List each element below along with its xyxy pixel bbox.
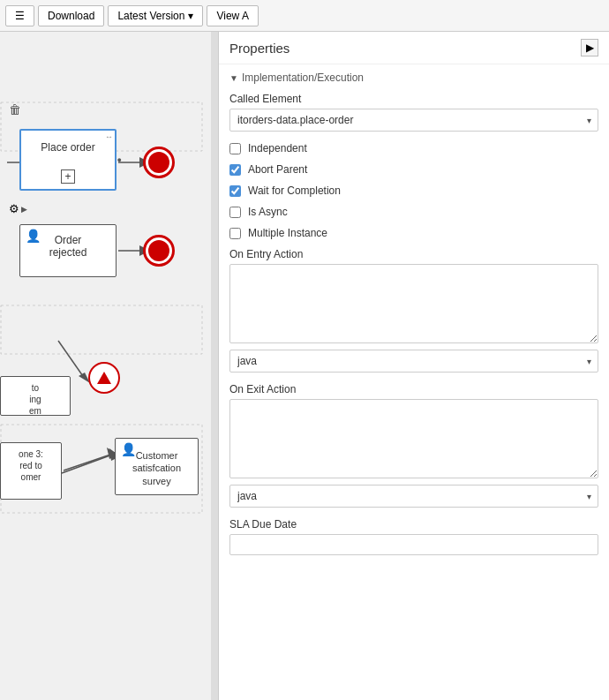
expand-icon: ▶ bbox=[586, 41, 594, 54]
implementation-section: ▼ Implementation/Execution Called Elemen… bbox=[219, 64, 609, 573]
version-label: Latest Version bbox=[117, 10, 184, 22]
on-entry-language-select[interactable]: java bbox=[229, 350, 598, 373]
order-rejected-node[interactable]: 👤 Orderrejected bbox=[19, 224, 117, 277]
on-exit-action-label: On Exit Action bbox=[229, 383, 598, 395]
on-entry-language-select-wrapper: java ▾ bbox=[229, 350, 598, 373]
intermediate-event bbox=[88, 362, 120, 394]
expand-plus-icon[interactable]: + bbox=[61, 169, 75, 184]
wait-completion-label[interactable]: Wait for Completion bbox=[248, 184, 341, 197]
properties-panel: Properties ▶ ▼ Implementation/Execution … bbox=[219, 32, 609, 700]
svg-line-13 bbox=[64, 454, 113, 470]
version-button[interactable]: Latest Version ▾ bbox=[108, 5, 203, 26]
svg-rect-11 bbox=[1, 305, 202, 354]
menu-button[interactable]: ☰ bbox=[5, 5, 34, 26]
partial-task-label: toingem bbox=[1, 377, 70, 416]
on-exit-action-textarea[interactable] bbox=[229, 399, 598, 478]
svg-line-5 bbox=[58, 341, 85, 379]
independent-checkbox-row: Independent bbox=[229, 142, 598, 154]
properties-expand-button[interactable]: ▶ bbox=[581, 39, 598, 56]
section-chevron: ▼ bbox=[229, 73, 238, 83]
gear-arrow-icon: ▶ bbox=[21, 205, 27, 214]
on-exit-action-group: On Exit Action java ▾ bbox=[229, 383, 598, 508]
download-label: Download bbox=[48, 10, 94, 22]
properties-header: Properties ▶ bbox=[219, 32, 609, 64]
on-exit-language-select[interactable]: java bbox=[229, 485, 598, 508]
bpmn-canvas-inner: 🗑 Place order + ↔ ● ⚙ ▶ 👤 Orderrejected bbox=[0, 32, 211, 700]
menu-icon: ☰ bbox=[15, 10, 25, 22]
end-event-2 bbox=[143, 235, 175, 267]
called-element-select[interactable]: itorders-data.place-order bbox=[229, 109, 598, 132]
phase3-node[interactable]: one 3:red toomer bbox=[0, 442, 62, 500]
partial-task-node[interactable]: toingem bbox=[0, 376, 71, 416]
is-async-checkbox-row: Is Async bbox=[229, 206, 598, 218]
is-async-checkbox[interactable] bbox=[229, 207, 241, 218]
multiple-instance-checkbox-row: Multiple Instance bbox=[229, 227, 598, 239]
called-element-label: Called Element bbox=[229, 93, 598, 105]
download-button[interactable]: Download bbox=[38, 5, 104, 26]
sla-due-date-group: SLA Due Date bbox=[229, 518, 598, 555]
multiple-instance-label[interactable]: Multiple Instance bbox=[248, 227, 327, 239]
abort-parent-checkbox[interactable] bbox=[229, 164, 241, 176]
is-async-label[interactable]: Is Async bbox=[248, 206, 288, 218]
on-exit-language-select-wrapper: java ▾ bbox=[229, 485, 598, 508]
user-icon: 👤 bbox=[26, 229, 41, 243]
on-entry-action-label: On Entry Action bbox=[229, 248, 598, 260]
main-area: 🗑 Place order + ↔ ● ⚙ ▶ 👤 Orderrejected bbox=[0, 32, 609, 700]
called-element-group: Called Element itorders-data.place-order… bbox=[229, 93, 598, 132]
trash-icon[interactable]: 🗑 bbox=[9, 102, 21, 117]
abort-parent-checkbox-row: Abort Parent bbox=[229, 163, 598, 176]
wait-completion-checkbox[interactable] bbox=[229, 185, 241, 197]
bpmn-canvas[interactable]: 🗑 Place order + ↔ ● ⚙ ▶ 👤 Orderrejected bbox=[0, 32, 219, 700]
sla-due-date-input[interactable] bbox=[229, 534, 598, 555]
user-icon-2: 👤 bbox=[121, 442, 136, 456]
place-order-node[interactable]: Place order + ↔ ● bbox=[19, 129, 117, 191]
on-entry-action-textarea[interactable] bbox=[229, 264, 598, 343]
customer-satisfaction-node[interactable]: 👤 Customersatisfcationsurvey bbox=[115, 438, 199, 495]
properties-title: Properties bbox=[229, 41, 289, 56]
on-entry-action-group: On Entry Action java ▾ bbox=[229, 248, 598, 373]
independent-checkbox[interactable] bbox=[229, 143, 241, 154]
called-element-select-wrapper: itorders-data.place-order ▾ bbox=[229, 109, 598, 132]
end-event-1 bbox=[143, 147, 175, 178]
gear-icon[interactable]: ⚙ bbox=[9, 202, 19, 215]
sla-due-date-label: SLA Due Date bbox=[229, 518, 598, 531]
multiple-instance-checkbox[interactable] bbox=[229, 228, 241, 239]
independent-label[interactable]: Independent bbox=[248, 142, 307, 154]
triangle-icon bbox=[97, 372, 111, 384]
view-label: View A bbox=[216, 10, 248, 22]
canvas-scrollbar[interactable] bbox=[211, 32, 218, 700]
section-header[interactable]: ▼ Implementation/Execution bbox=[229, 72, 598, 84]
svg-line-8 bbox=[62, 454, 115, 473]
connector-right: ● bbox=[117, 155, 122, 164]
abort-parent-label[interactable]: Abort Parent bbox=[248, 163, 307, 176]
version-arrow-icon: ▾ bbox=[188, 10, 193, 22]
place-order-label: Place order bbox=[21, 131, 115, 154]
toolbar: ☰ Download Latest Version ▾ View A bbox=[0, 0, 609, 32]
wait-completion-checkbox-row: Wait for Completion bbox=[229, 184, 598, 197]
section-label: Implementation/Execution bbox=[242, 72, 364, 84]
view-button[interactable]: View A bbox=[207, 5, 258, 26]
node-expand-icon: ↔ bbox=[105, 132, 113, 141]
phase3-label: one 3:red toomer bbox=[1, 443, 61, 483]
